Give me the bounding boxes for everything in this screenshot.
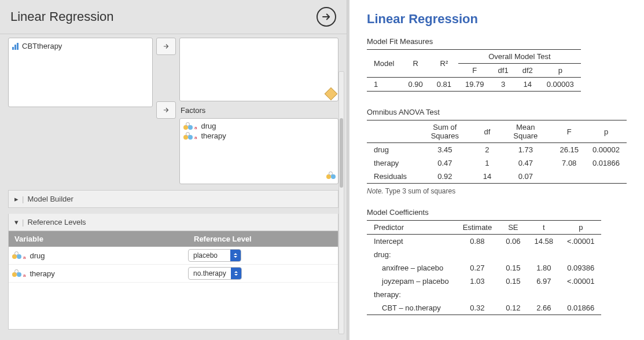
cell: 1.73 bbox=[498, 143, 553, 157]
cell: 0.32 bbox=[456, 301, 499, 315]
cell: CBT – no.therapy bbox=[367, 301, 456, 315]
col-f: F bbox=[458, 64, 491, 78]
dependent-variable-box[interactable] bbox=[179, 38, 338, 101]
continuous-var-icon bbox=[12, 43, 19, 50]
results-panel: Linear Regression Model Fit Measures Mod… bbox=[347, 0, 644, 340]
col-ss: Sum of Squares bbox=[414, 120, 476, 143]
updown-caret-icon bbox=[231, 268, 241, 279]
cell: 3 bbox=[491, 78, 516, 92]
variable-item[interactable]: CBTtherapy bbox=[11, 41, 150, 52]
cell: 0.00003 bbox=[540, 78, 581, 92]
nominal-var-icon bbox=[12, 269, 21, 277]
cell: <.00001 bbox=[560, 275, 601, 288]
cell: 0.92 bbox=[414, 170, 476, 184]
nominal-type-icon bbox=[326, 171, 336, 181]
cell: 0.07 bbox=[498, 170, 553, 184]
config-body: CBTtherapy Factors a dru bbox=[0, 34, 347, 340]
cell bbox=[553, 170, 586, 184]
col-r: R bbox=[401, 50, 429, 78]
factor-name: therapy bbox=[201, 131, 226, 140]
col-se: SE bbox=[499, 221, 527, 235]
nominal-var-icon bbox=[12, 251, 21, 259]
header-reference-level: Reference Level bbox=[188, 231, 338, 247]
col-df1: df1 bbox=[491, 64, 516, 78]
factor-item[interactable]: a drug bbox=[182, 121, 336, 131]
cell: drug: bbox=[367, 248, 456, 261]
cell: 19.79 bbox=[458, 78, 491, 92]
panel-title: Linear Regression bbox=[10, 9, 114, 24]
cell: 0.81 bbox=[430, 78, 458, 92]
cell: 0.00002 bbox=[586, 143, 627, 157]
reflevel-select-drug[interactable]: placebo bbox=[188, 249, 241, 262]
factors-label: Factors bbox=[181, 106, 338, 115]
anova-note: Note. Type 3 sum of squares bbox=[367, 187, 627, 195]
nominal-var-icon bbox=[183, 132, 193, 140]
cell: 0.06 bbox=[499, 235, 527, 248]
available-variables-list[interactable]: CBTtherapy bbox=[8, 38, 153, 107]
cell: <.00001 bbox=[560, 235, 601, 248]
tag-icon bbox=[326, 89, 336, 98]
coefficients-table: Predictor Estimate SE t p Intercept 0.88… bbox=[367, 220, 601, 315]
reference-levels-section[interactable]: ▾ | Reference Levels bbox=[8, 214, 338, 231]
reflevel-variable: drug bbox=[30, 251, 45, 260]
reflevel-select-therapy[interactable]: no.therapy bbox=[188, 267, 242, 280]
factor-item[interactable]: a therapy bbox=[182, 131, 336, 141]
cell: 14.58 bbox=[528, 235, 561, 248]
col-df: df bbox=[476, 120, 498, 143]
col-p: p bbox=[586, 120, 627, 143]
arrow-right-icon bbox=[321, 12, 332, 22]
cell: drug bbox=[367, 143, 414, 157]
factors-box[interactable]: a drug a therapy bbox=[179, 118, 338, 184]
arrow-right-icon bbox=[162, 106, 170, 114]
section-label: Model Builder bbox=[27, 195, 73, 203]
cell bbox=[586, 170, 627, 184]
chevron-right-icon: ▸ bbox=[14, 195, 19, 203]
cell: 0.09386 bbox=[560, 261, 601, 275]
section-label: Reference Levels bbox=[27, 218, 86, 226]
cell: joyzepam – placebo bbox=[367, 275, 456, 288]
cell: 7.08 bbox=[553, 156, 586, 170]
col-t: t bbox=[528, 221, 561, 235]
cell: 0.15 bbox=[499, 275, 527, 288]
run-arrow-button[interactable] bbox=[317, 7, 336, 27]
reference-levels-body: Variable Reference Level a drug placebo … bbox=[8, 231, 338, 330]
scrollbar-thumb[interactable] bbox=[340, 118, 343, 188]
scrollbar-track[interactable] bbox=[338, 71, 344, 334]
col-overall: Overall Model Test bbox=[458, 50, 581, 64]
cell: 3.45 bbox=[414, 143, 476, 157]
cell: 0.88 bbox=[456, 235, 499, 248]
cell: 0.90 bbox=[401, 78, 429, 92]
nominal-var-icon bbox=[183, 122, 193, 130]
col-pred: Predictor bbox=[367, 221, 456, 235]
results-title: Linear Regression bbox=[367, 12, 627, 27]
col-df2: df2 bbox=[516, 64, 540, 78]
col-est: Estimate bbox=[456, 221, 499, 235]
cell: 2 bbox=[476, 143, 498, 157]
reflevels-header: Variable Reference Level bbox=[9, 231, 338, 247]
assign-to-dependent-button[interactable] bbox=[156, 38, 176, 55]
options-panel: Linear Regression CBTtherapy bbox=[0, 0, 347, 340]
fit-title: Model Fit Measures bbox=[367, 37, 627, 46]
anova-title: Omnibus ANOVA Test bbox=[367, 108, 627, 116]
cell: 2.66 bbox=[528, 301, 561, 315]
cell: 1 bbox=[476, 156, 498, 170]
model-builder-section[interactable]: ▸ | Model Builder bbox=[8, 190, 338, 208]
cell: Intercept bbox=[367, 235, 456, 248]
col-model: Model bbox=[367, 50, 401, 78]
cell: 1.80 bbox=[528, 261, 561, 275]
cell: Residuals bbox=[367, 170, 414, 184]
factor-name: drug bbox=[201, 122, 216, 130]
assign-to-factors-button[interactable] bbox=[156, 101, 176, 119]
arrow-right-icon bbox=[162, 42, 170, 50]
col-p: p bbox=[560, 221, 601, 235]
cell: 14 bbox=[516, 78, 540, 92]
cell: therapy: bbox=[367, 288, 456, 301]
cell: 1 bbox=[367, 78, 401, 92]
col-p: p bbox=[540, 64, 581, 78]
reflevel-value: placebo bbox=[189, 251, 230, 259]
reflevel-row: a drug placebo bbox=[9, 247, 338, 265]
panel-header: Linear Regression bbox=[0, 0, 347, 34]
header-variable: Variable bbox=[9, 231, 188, 247]
anova-table: Sum of Squares df Mean Square F p drug 3… bbox=[367, 120, 627, 184]
reflevel-row: a therapy no.therapy bbox=[9, 265, 338, 283]
